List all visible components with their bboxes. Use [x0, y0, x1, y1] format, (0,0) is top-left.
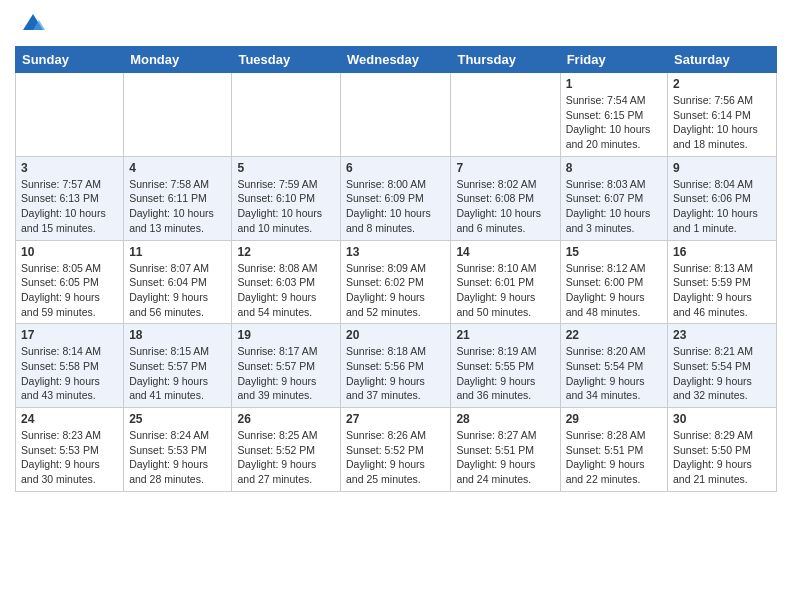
day-number: 30: [673, 412, 771, 426]
day-info: Sunrise: 7:54 AM Sunset: 6:15 PM Dayligh…: [566, 93, 662, 152]
day-number: 10: [21, 245, 118, 259]
day-info: Sunrise: 7:57 AM Sunset: 6:13 PM Dayligh…: [21, 177, 118, 236]
calendar-cell: 1Sunrise: 7:54 AM Sunset: 6:15 PM Daylig…: [560, 73, 667, 157]
weekday-header-wednesday: Wednesday: [341, 47, 451, 73]
calendar-cell: 14Sunrise: 8:10 AM Sunset: 6:01 PM Dayli…: [451, 240, 560, 324]
calendar-cell: [451, 73, 560, 157]
day-info: Sunrise: 8:27 AM Sunset: 5:51 PM Dayligh…: [456, 428, 554, 487]
day-info: Sunrise: 7:59 AM Sunset: 6:10 PM Dayligh…: [237, 177, 335, 236]
weekday-header-friday: Friday: [560, 47, 667, 73]
calendar-cell: 24Sunrise: 8:23 AM Sunset: 5:53 PM Dayli…: [16, 408, 124, 492]
logo-icon: [19, 10, 47, 38]
day-number: 23: [673, 328, 771, 342]
day-number: 11: [129, 245, 226, 259]
calendar-cell: 5Sunrise: 7:59 AM Sunset: 6:10 PM Daylig…: [232, 156, 341, 240]
calendar-cell: 19Sunrise: 8:17 AM Sunset: 5:57 PM Dayli…: [232, 324, 341, 408]
calendar-cell: 29Sunrise: 8:28 AM Sunset: 5:51 PM Dayli…: [560, 408, 667, 492]
day-number: 13: [346, 245, 445, 259]
day-number: 2: [673, 77, 771, 91]
calendar-cell: 22Sunrise: 8:20 AM Sunset: 5:54 PM Dayli…: [560, 324, 667, 408]
day-info: Sunrise: 8:14 AM Sunset: 5:58 PM Dayligh…: [21, 344, 118, 403]
calendar-cell: [341, 73, 451, 157]
calendar-cell: 28Sunrise: 8:27 AM Sunset: 5:51 PM Dayli…: [451, 408, 560, 492]
calendar-week-2: 3Sunrise: 7:57 AM Sunset: 6:13 PM Daylig…: [16, 156, 777, 240]
day-number: 20: [346, 328, 445, 342]
day-number: 18: [129, 328, 226, 342]
calendar-cell: 10Sunrise: 8:05 AM Sunset: 6:05 PM Dayli…: [16, 240, 124, 324]
day-number: 25: [129, 412, 226, 426]
day-info: Sunrise: 8:04 AM Sunset: 6:06 PM Dayligh…: [673, 177, 771, 236]
day-info: Sunrise: 8:08 AM Sunset: 6:03 PM Dayligh…: [237, 261, 335, 320]
day-number: 16: [673, 245, 771, 259]
day-info: Sunrise: 8:26 AM Sunset: 5:52 PM Dayligh…: [346, 428, 445, 487]
calendar-cell: 18Sunrise: 8:15 AM Sunset: 5:57 PM Dayli…: [124, 324, 232, 408]
day-number: 4: [129, 161, 226, 175]
calendar-cell: 6Sunrise: 8:00 AM Sunset: 6:09 PM Daylig…: [341, 156, 451, 240]
day-number: 21: [456, 328, 554, 342]
day-number: 9: [673, 161, 771, 175]
day-number: 17: [21, 328, 118, 342]
day-number: 6: [346, 161, 445, 175]
page: SundayMondayTuesdayWednesdayThursdayFrid…: [0, 0, 792, 507]
weekday-header-monday: Monday: [124, 47, 232, 73]
day-info: Sunrise: 8:29 AM Sunset: 5:50 PM Dayligh…: [673, 428, 771, 487]
calendar-table: SundayMondayTuesdayWednesdayThursdayFrid…: [15, 46, 777, 492]
calendar-cell: 2Sunrise: 7:56 AM Sunset: 6:14 PM Daylig…: [668, 73, 777, 157]
day-number: 27: [346, 412, 445, 426]
day-info: Sunrise: 8:21 AM Sunset: 5:54 PM Dayligh…: [673, 344, 771, 403]
day-number: 3: [21, 161, 118, 175]
calendar-week-3: 10Sunrise: 8:05 AM Sunset: 6:05 PM Dayli…: [16, 240, 777, 324]
day-info: Sunrise: 8:23 AM Sunset: 5:53 PM Dayligh…: [21, 428, 118, 487]
calendar-cell: [16, 73, 124, 157]
day-number: 1: [566, 77, 662, 91]
calendar-cell: 16Sunrise: 8:13 AM Sunset: 5:59 PM Dayli…: [668, 240, 777, 324]
day-info: Sunrise: 8:03 AM Sunset: 6:07 PM Dayligh…: [566, 177, 662, 236]
day-number: 12: [237, 245, 335, 259]
calendar-cell: [124, 73, 232, 157]
day-info: Sunrise: 8:00 AM Sunset: 6:09 PM Dayligh…: [346, 177, 445, 236]
day-info: Sunrise: 8:13 AM Sunset: 5:59 PM Dayligh…: [673, 261, 771, 320]
weekday-header-tuesday: Tuesday: [232, 47, 341, 73]
calendar-week-1: 1Sunrise: 7:54 AM Sunset: 6:15 PM Daylig…: [16, 73, 777, 157]
day-number: 8: [566, 161, 662, 175]
calendar-cell: 30Sunrise: 8:29 AM Sunset: 5:50 PM Dayli…: [668, 408, 777, 492]
header: [15, 10, 777, 38]
day-number: 19: [237, 328, 335, 342]
calendar-cell: 15Sunrise: 8:12 AM Sunset: 6:00 PM Dayli…: [560, 240, 667, 324]
calendar-cell: 3Sunrise: 7:57 AM Sunset: 6:13 PM Daylig…: [16, 156, 124, 240]
day-info: Sunrise: 8:18 AM Sunset: 5:56 PM Dayligh…: [346, 344, 445, 403]
calendar-cell: 25Sunrise: 8:24 AM Sunset: 5:53 PM Dayli…: [124, 408, 232, 492]
weekday-header-sunday: Sunday: [16, 47, 124, 73]
day-number: 15: [566, 245, 662, 259]
day-info: Sunrise: 8:25 AM Sunset: 5:52 PM Dayligh…: [237, 428, 335, 487]
calendar-cell: 21Sunrise: 8:19 AM Sunset: 5:55 PM Dayli…: [451, 324, 560, 408]
calendar-cell: 20Sunrise: 8:18 AM Sunset: 5:56 PM Dayli…: [341, 324, 451, 408]
calendar-cell: 17Sunrise: 8:14 AM Sunset: 5:58 PM Dayli…: [16, 324, 124, 408]
day-number: 22: [566, 328, 662, 342]
calendar-cell: 8Sunrise: 8:03 AM Sunset: 6:07 PM Daylig…: [560, 156, 667, 240]
calendar-cell: 23Sunrise: 8:21 AM Sunset: 5:54 PM Dayli…: [668, 324, 777, 408]
day-info: Sunrise: 8:20 AM Sunset: 5:54 PM Dayligh…: [566, 344, 662, 403]
calendar-cell: 26Sunrise: 8:25 AM Sunset: 5:52 PM Dayli…: [232, 408, 341, 492]
day-info: Sunrise: 8:28 AM Sunset: 5:51 PM Dayligh…: [566, 428, 662, 487]
day-info: Sunrise: 8:10 AM Sunset: 6:01 PM Dayligh…: [456, 261, 554, 320]
calendar-week-4: 17Sunrise: 8:14 AM Sunset: 5:58 PM Dayli…: [16, 324, 777, 408]
calendar-cell: 11Sunrise: 8:07 AM Sunset: 6:04 PM Dayli…: [124, 240, 232, 324]
day-number: 7: [456, 161, 554, 175]
day-info: Sunrise: 8:05 AM Sunset: 6:05 PM Dayligh…: [21, 261, 118, 320]
calendar-cell: 27Sunrise: 8:26 AM Sunset: 5:52 PM Dayli…: [341, 408, 451, 492]
calendar-cell: 12Sunrise: 8:08 AM Sunset: 6:03 PM Dayli…: [232, 240, 341, 324]
weekday-header-saturday: Saturday: [668, 47, 777, 73]
calendar-cell: 7Sunrise: 8:02 AM Sunset: 6:08 PM Daylig…: [451, 156, 560, 240]
day-info: Sunrise: 8:12 AM Sunset: 6:00 PM Dayligh…: [566, 261, 662, 320]
day-number: 28: [456, 412, 554, 426]
day-info: Sunrise: 8:09 AM Sunset: 6:02 PM Dayligh…: [346, 261, 445, 320]
day-number: 14: [456, 245, 554, 259]
calendar-cell: [232, 73, 341, 157]
day-info: Sunrise: 8:15 AM Sunset: 5:57 PM Dayligh…: [129, 344, 226, 403]
day-info: Sunrise: 8:19 AM Sunset: 5:55 PM Dayligh…: [456, 344, 554, 403]
calendar-cell: 13Sunrise: 8:09 AM Sunset: 6:02 PM Dayli…: [341, 240, 451, 324]
day-info: Sunrise: 7:58 AM Sunset: 6:11 PM Dayligh…: [129, 177, 226, 236]
day-number: 29: [566, 412, 662, 426]
day-info: Sunrise: 8:02 AM Sunset: 6:08 PM Dayligh…: [456, 177, 554, 236]
